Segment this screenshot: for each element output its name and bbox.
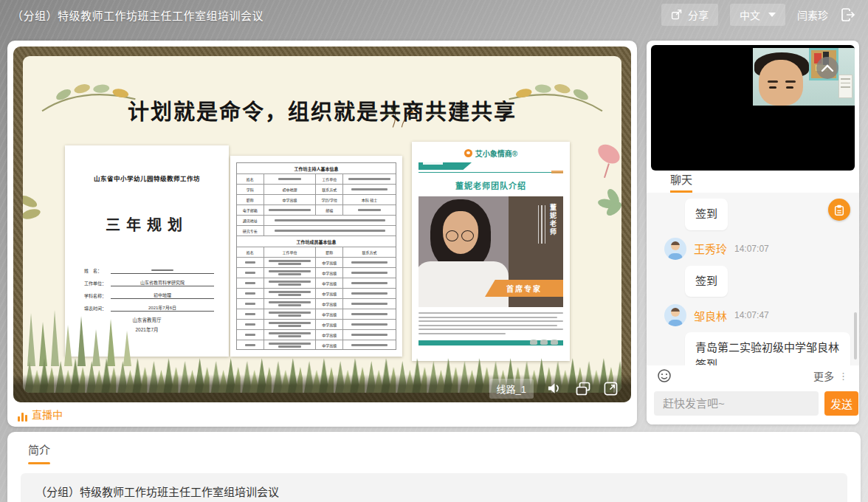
presenter-face — [759, 60, 803, 106]
more-button[interactable]: 更多 ⋮ — [813, 368, 849, 383]
clipboard-icon — [833, 204, 845, 216]
poster-banner: 首席专家 — [485, 280, 563, 297]
member-rows: 中学高级 中学高级 — [237, 258, 396, 350]
share-button[interactable]: 分享 — [661, 4, 718, 26]
volume-icon — [547, 382, 562, 395]
intro-section: 简介 （分组）特级教师工作坊班主任工作室组培训会议 — [7, 432, 861, 502]
member-row: 中学高级 — [237, 258, 396, 268]
presentation-slide: 计划就是命令，组织就是共商共建共享 山东省中小学幼儿园特级教师工作坊 三年规划 … — [23, 56, 621, 393]
emoji-icon — [657, 368, 672, 383]
tab-underline — [28, 462, 50, 464]
tab-intro[interactable]: 简介 — [28, 441, 50, 464]
member-row: 中学高级 — [237, 320, 396, 330]
more-dots-icon: ⋮ — [838, 371, 849, 382]
slide-headline: 计划就是命令，组织就是共商共建共享 — [23, 94, 621, 126]
plan-document: 山东省中小学幼儿园特级教师工作坊 三年规划 姓 名： 工作单位： 山东省教育科学… — [65, 145, 229, 357]
plan-fields: 姓 名： 工作单位： 山东省教育科学研究院 学科名称： 初中地理 — [84, 267, 214, 312]
avatar — [664, 238, 686, 260]
tab-chat[interactable]: 聊天 — [647, 171, 859, 193]
plan-footer-org: 山东省教育厅 — [65, 315, 229, 325]
poster-vertical-name: 董妮老师 — [548, 204, 558, 236]
avatar — [664, 304, 686, 326]
fullscreen-button[interactable] — [604, 382, 618, 396]
poster-document: 艾小象情商® 董妮老师团队介绍 董妮老师 首席专家 — [412, 142, 570, 361]
member-row: 中学高级 — [237, 299, 396, 309]
message-time: 14:07:47 — [734, 310, 769, 320]
webcam-feed — [753, 48, 855, 106]
chat-scrollbar[interactable] — [854, 312, 857, 360]
language-selector[interactable]: 中文 — [730, 4, 785, 26]
chat-message: 邹良林 14:07:47 青岛第二实验初级中学邹良林签到 — [655, 304, 850, 365]
plan-footer: 山东省教育厅 2021年7月 — [65, 315, 229, 334]
member-row: 中学高级 — [237, 268, 396, 278]
intro-text: （分组）特级教师工作坊班主任工作室组培训会议 — [21, 473, 847, 502]
plan-field-row: 学科名称： 初中地理 — [84, 292, 214, 299]
logout-button[interactable] — [840, 7, 856, 23]
plan-org-title: 山东省中小学幼儿园特级教师工作坊 — [65, 173, 229, 182]
pip-icon — [576, 382, 590, 396]
chat-toolbar: 更多 ⋮ — [647, 365, 859, 386]
member-section-title: 工作坊成员基本信息 — [237, 236, 396, 247]
wall-calendar — [838, 75, 852, 98]
chat-message-list[interactable]: 签到 王秀玲 14:07:07 签到 邹良林 14:07:47 青岛第二实验初级… — [647, 193, 859, 365]
presenter-video[interactable] — [651, 45, 855, 171]
top-bar: （分组）特级教师工作坊班主任工作室组培训会议 分享 中文 闫素珍 — [0, 0, 868, 30]
member-row: 中学高级 — [237, 340, 396, 350]
host-section-title: 工作坊主持人基本信息 — [237, 163, 396, 173]
info-table: 工作坊主持人基本信息 姓名 工作单位 学科 初中地理 联系方式 职称 — [236, 162, 396, 350]
share-icon — [671, 9, 683, 21]
chevron-down-icon — [768, 13, 776, 17]
live-bars-icon — [18, 412, 27, 422]
poster-brand: 艾小象情商® — [418, 148, 563, 159]
chat-input[interactable] — [654, 391, 819, 416]
plan-field-row: 工作单位： 山东省教育科学研究院 — [84, 279, 214, 286]
chat-message: 签到 — [655, 199, 850, 230]
side-panel: 聊天 签到 王秀玲 14:07:07 签到 — [647, 41, 859, 424]
chat-input-row: 发送 — [647, 386, 859, 424]
emoji-button[interactable] — [657, 368, 672, 383]
elephant-logo-icon — [464, 149, 472, 157]
plan-main-title: 三年规划 — [65, 213, 229, 235]
poster-paragraph — [418, 312, 563, 334]
member-row: 中学高级 — [237, 289, 396, 299]
sender-name: 邹良林 — [694, 308, 727, 323]
live-status: 直播中 — [18, 407, 63, 422]
send-button[interactable]: 发送 — [824, 391, 858, 416]
member-row: 中学高级 — [237, 330, 396, 340]
poster-photo: 董妮老师 首席专家 — [418, 196, 563, 307]
message-bubble: 青岛第二实验初级中学邹良林签到 — [685, 332, 850, 365]
pip-button[interactable] — [576, 382, 590, 396]
live-label: 直播中 — [32, 407, 63, 422]
language-label: 中文 — [740, 7, 760, 22]
member-row: 中学高级 — [237, 278, 396, 289]
username: 闫素珍 — [797, 7, 828, 22]
sender-name: 王秀玲 — [694, 241, 727, 256]
collapse-button[interactable] — [816, 57, 838, 79]
player-card: 计划就是命令，组织就是共商共建共享 山东省中小学幼儿园特级教师工作坊 三年规划 … — [7, 41, 637, 427]
share-label: 分享 — [688, 7, 709, 22]
fullscreen-icon — [604, 382, 618, 396]
chevron-up-icon — [821, 63, 834, 72]
elephant-decoration — [530, 340, 558, 345]
chat-message-header: 王秀玲 14:07:07 — [655, 238, 850, 260]
member-row: 中学高级 — [237, 309, 396, 320]
chat-message: 王秀玲 14:07:07 签到 — [655, 238, 850, 298]
top-bar-actions: 分享 中文 闫素珍 — [661, 4, 856, 26]
player-controls: 线路_1 — [13, 374, 631, 402]
check-in-button[interactable] — [828, 199, 850, 221]
logout-icon — [840, 7, 856, 23]
plan-field-row: 姓 名： — [84, 267, 214, 274]
message-bubble: 签到 — [685, 199, 728, 230]
line-select-button[interactable]: 线路_1 — [489, 379, 534, 399]
poster-ribbon — [418, 162, 472, 170]
plan-footer-date: 2021年7月 — [65, 325, 229, 334]
page-title: （分组）特级教师工作坊班主任工作室组培训会议 — [12, 7, 264, 23]
plan-field-row: 填表时间： 2021年7月6日 — [84, 304, 214, 312]
info-table-document: 工作坊主持人基本信息 姓名 工作单位 学科 初中地理 联系方式 职称 — [230, 156, 402, 357]
chat-message-header: 邹良林 14:07:47 — [655, 304, 850, 326]
volume-button[interactable] — [547, 382, 562, 395]
poster-divider — [418, 172, 563, 173]
poster-title: 董妮老师团队介绍 — [418, 179, 563, 191]
message-time: 14:07:07 — [734, 244, 769, 254]
video-player[interactable]: 计划就是命令，组织就是共商共建共享 山东省中小学幼儿园特级教师工作坊 三年规划 … — [13, 47, 631, 402]
